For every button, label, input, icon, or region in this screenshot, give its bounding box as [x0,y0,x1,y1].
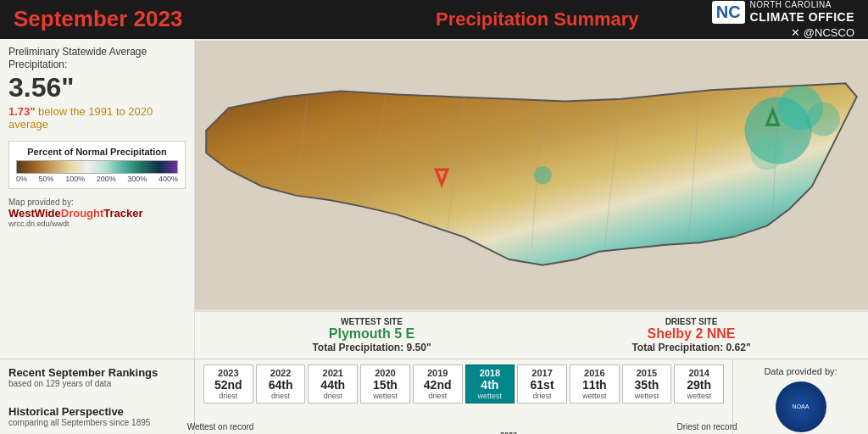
bottom-section: Recent September Rankings based on 129 y… [0,359,868,434]
rankings-label: Recent September Rankings [8,366,186,379]
svg-point-11 [750,136,784,170]
legend-300: 300% [127,175,147,183]
map-credit-url: wrcc.dri.edu/wwdt [8,220,186,228]
rank-cell-2019: 2019 42nd driest [413,364,463,403]
data-provider-label: Data provided by: [764,366,837,376]
hist-driest-label: Driest on record [676,422,737,431]
map-wrapper [195,39,868,312]
noaa-logo: NOAA [776,381,826,432]
rank-num: 52nd [208,378,249,392]
rank-cell-2018: 2018 4th wettest [465,364,515,403]
rank-num: 15th [364,378,406,392]
hist-2023-marker: 2023 [500,431,517,434]
rank-year: 2016 [574,368,615,378]
rank-year: 2023 [208,368,249,378]
historical-sub: comparing all Septembers since 1895 [8,418,186,427]
header-title: September 2023 [14,6,363,32]
avg-below: 1.73" below the 1991 to 2020 average [8,105,186,131]
header: September 2023 Precipitation Summary NC … [0,0,868,39]
rank-cell-2015: 2015 35th wettest [622,364,672,403]
rank-year: 2015 [626,368,668,378]
rankings-section-header: Recent September Rankings based on 129 y… [8,366,186,388]
historical-section-header: Historical Perspective comparing all Sep… [8,405,186,427]
header-month-year: September 2023 [14,6,182,31]
legend-bar [16,160,178,174]
rank-cell-2014: 2014 29th wettest [674,364,724,403]
rank-desc: driest [521,392,563,400]
driest-site-type: DRIEST SITE [632,317,750,326]
rank-desc: driest [208,392,249,400]
below-amount: 1.73" [8,105,35,118]
rank-year: 2021 [312,368,353,378]
driest-site-precip: Total Precipitation: 0.62" [632,342,750,353]
legend-100: 100% [65,175,85,183]
rank-cell-2021: 2021 44th driest [308,364,358,403]
legend-200: 200% [97,175,116,183]
center-panel: WETTEST SITE Plymouth 5 E Total Precipit… [195,39,868,359]
map-credit-link[interactable]: WestWideDroughtTracker [8,207,143,220]
hist-wettest-label: Wettest on record [187,422,254,431]
wettest-site-type: WETTEST SITE [312,317,431,326]
rank-num: 64th [260,378,302,392]
legend-title: Percent of Normal Precipitation [16,147,178,157]
wettest-site-precip: Total Precipitation: 9.50" [312,342,431,353]
rank-num: 61st [521,378,563,392]
rank-cell-2023: 2023 52nd driest [203,364,253,403]
driest-site-label: DRIEST SITE Shelby 2 NNE Total Precipita… [632,317,750,353]
rank-year: 2022 [260,368,302,378]
historical-label: Historical Perspective [8,405,186,418]
rank-num: 44th [312,378,353,392]
bottom-left-labels: Recent September Rankings based on 129 y… [0,359,195,434]
rank-cell-2022: 2022 64th driest [256,364,306,403]
logo-row: NC NORTH CAROLINA CLIMATE OFFICE [712,0,854,25]
rank-desc: driest [260,392,302,400]
bottom-right: Data provided by: NOAA National Centers … [732,359,868,434]
svg-point-10 [806,103,840,136]
svg-point-12 [534,166,552,184]
logo-office: CLIMATE OFFICE [750,10,854,24]
rank-num: 29th [678,378,720,392]
rank-cell-2017: 2017 61st driest [517,364,567,403]
map-credit-label: Map provided by: [8,198,186,207]
rank-desc: driest [417,392,459,400]
rank-num: 42nd [417,378,459,392]
legend-50: 50% [39,175,54,183]
page-container: September 2023 Precipitation Summary NC … [0,0,868,434]
bottom-center: 2023 52nd driest2022 64th driest2021 44t… [195,359,732,434]
header-logo: NC NORTH CAROLINA CLIMATE OFFICE ✕ @NCSC… [712,0,854,39]
legend-0: 0% [16,175,27,183]
site-labels-row: WETTEST SITE Plymouth 5 E Total Precipit… [195,311,868,359]
rank-year: 2014 [678,368,720,378]
rank-year: 2019 [417,368,459,378]
rankings-table: 2023 52nd driest2022 64th driest2021 44t… [203,364,724,403]
rank-desc: wettest [470,392,511,400]
header-subtitle: Precipitation Summary [363,8,712,31]
main-area: Preliminary Statewide Average Precipitat… [0,39,868,359]
rankings-sub: based on 129 years of data [8,379,186,388]
rank-desc: wettest [626,392,668,400]
driest-site-name: Shelby 2 NNE [632,326,750,342]
wettest-site-label: WETTEST SITE Plymouth 5 E Total Precipit… [312,317,431,353]
rank-num: 35th [626,378,668,392]
rank-year: 2017 [521,368,563,378]
rank-desc: wettest [364,392,406,400]
avg-value: 3.56" [8,72,186,103]
rank-desc: wettest [574,392,615,400]
logo-state: NORTH CAROLINA [750,0,854,10]
hist-2023-label: 2023 [500,431,517,434]
rank-desc: driest [312,392,353,400]
rank-cell-2016: 2016 11th wettest [570,364,620,403]
rank-desc: wettest [678,392,720,400]
map-credit: Map provided by: WestWideDroughtTracker … [8,198,186,228]
logo-text: NORTH CAROLINA CLIMATE OFFICE [750,0,854,25]
legend-labels: 0% 50% 100% 200% 300% 400% [16,175,178,183]
historical-bar-container: Wettest on record 13.22" 1999 Driest on … [203,414,724,434]
legend-box: Percent of Normal Precipitation 0% 50% 1… [8,141,186,189]
legend-400: 400% [159,175,178,183]
nc-map-svg [195,39,868,312]
avg-label: Preliminary Statewide Average Precipitat… [8,46,186,72]
left-panel: Preliminary Statewide Average Precipitat… [0,39,195,359]
twitter-handle: ✕ @NCSCO [791,26,854,39]
nc-logo-letters: NC [712,1,745,24]
rank-num: 11th [574,378,615,392]
